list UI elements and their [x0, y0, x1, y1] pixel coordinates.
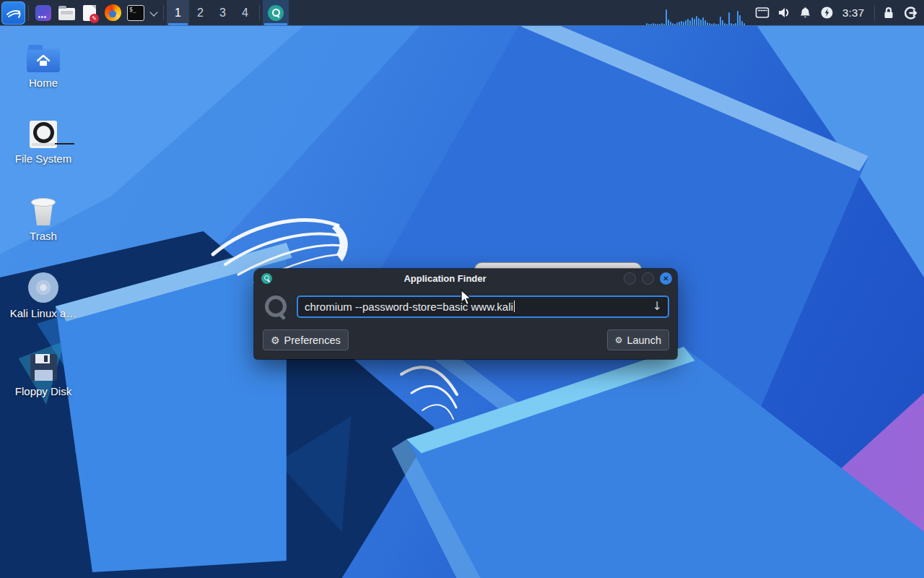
top-panel: ✎ $_ 1 2 3 4 — [0, 0, 924, 26]
network-bar — [676, 22, 678, 25]
chevron-down-icon[interactable] — [150, 9, 157, 17]
network-bar — [668, 20, 669, 25]
network-graph[interactable] — [646, 0, 746, 25]
network-bar — [674, 24, 676, 25]
network-bar — [726, 24, 728, 25]
preferences-button[interactable]: ⚙ Preferences — [263, 329, 349, 350]
launcher-app[interactable] — [32, 1, 54, 25]
workspace-1[interactable]: 1 — [167, 0, 189, 25]
preferences-button-label: Preferences — [284, 335, 341, 346]
maximize-button[interactable] — [642, 272, 654, 285]
document-icon: ✎ — [83, 5, 96, 21]
firefox-icon — [105, 4, 121, 21]
network-bar — [737, 11, 738, 25]
window-title: Application Finder — [272, 273, 618, 284]
search-icon — [263, 293, 287, 320]
desktop-icon-home[interactable]: Home — [6, 38, 81, 89]
terminal-icon: $_ — [127, 5, 144, 21]
desktop-icon-label: Home — [29, 77, 58, 89]
network-bar — [731, 23, 732, 25]
network-bar — [713, 23, 715, 25]
launch-button[interactable]: ⚙ Launch — [607, 329, 669, 350]
launcher-firefox[interactable] — [102, 1, 123, 25]
close-icon: ✕ — [663, 275, 668, 282]
network-bar — [733, 24, 734, 25]
workspace-2[interactable]: 2 — [189, 0, 212, 25]
network-bar — [659, 24, 661, 25]
launcher-file-manager[interactable] — [56, 1, 77, 25]
network-bar — [666, 9, 667, 25]
screen-tray-button[interactable] — [751, 1, 773, 25]
network-bar — [724, 23, 725, 25]
network-bar — [728, 12, 730, 25]
trash-icon — [31, 198, 56, 225]
workspace-3[interactable]: 3 — [212, 0, 234, 25]
network-bar — [702, 17, 704, 25]
network-bar — [700, 20, 702, 25]
desktop-icon-label: Floppy Disk — [15, 385, 71, 397]
network-bar — [650, 24, 652, 25]
launcher-text-editor[interactable]: ✎ — [79, 1, 100, 25]
logout-icon — [903, 6, 918, 20]
network-bar — [741, 21, 743, 25]
history-dropdown-arrow-icon[interactable]: ↓ — [653, 299, 662, 313]
desktop-icon-file-system[interactable]: File System — [6, 113, 81, 165]
minimize-button[interactable] — [624, 272, 636, 285]
optical-disc-icon — [28, 272, 58, 303]
network-bar — [694, 19, 695, 25]
network-bar — [648, 24, 650, 25]
network-bar — [705, 20, 706, 25]
hard-drive-icon — [30, 121, 57, 148]
network-bar — [672, 23, 674, 25]
logout-button[interactable] — [899, 1, 921, 25]
house-icon — [37, 55, 50, 66]
network-bar — [689, 20, 691, 25]
network-bar — [739, 15, 741, 25]
taskbar-application-finder[interactable] — [263, 0, 289, 25]
desktop-icon-floppy-disk[interactable]: Floppy Disk — [6, 346, 81, 397]
launcher-terminal[interactable]: $_ — [125, 1, 147, 25]
network-bar — [698, 18, 699, 25]
network-bar — [683, 22, 684, 25]
network-bar — [653, 23, 654, 25]
power-bolt-icon — [820, 6, 834, 20]
volume-tray-button[interactable] — [773, 1, 795, 25]
floppy-disk-icon — [30, 354, 57, 381]
desktop-icon-trash[interactable]: Trash — [6, 191, 81, 242]
screen-icon — [755, 6, 770, 20]
window-body: chromium --password-store=basic www.kali… — [254, 288, 677, 350]
network-bar — [711, 24, 712, 25]
text-caret — [514, 301, 515, 312]
network-bar — [687, 19, 689, 25]
network-bar — [663, 24, 665, 25]
workspace-4[interactable]: 4 — [234, 0, 256, 25]
close-button[interactable]: ✕ — [660, 272, 672, 285]
panel-separator — [259, 5, 260, 21]
purple-app-icon — [35, 5, 51, 21]
network-bar — [670, 22, 671, 25]
network-bar — [722, 20, 723, 25]
search-input[interactable]: chromium --password-store=basic www.kali… — [297, 296, 669, 318]
desktop-icon-kali-cd[interactable]: Kali Linux a… — [6, 268, 81, 319]
panel-separator — [28, 5, 29, 21]
kali-logo-icon — [5, 4, 22, 22]
applications-menu-button[interactable] — [1, 1, 25, 25]
titlebar[interactable]: Application Finder ✕ — [254, 269, 677, 288]
clock[interactable]: 3:37 — [842, 7, 864, 20]
network-bar — [692, 17, 693, 25]
panel-tray: 3:37 — [646, 0, 924, 25]
application-finder-window: Application Finder ✕ chromium --password… — [254, 269, 677, 359]
power-manager-tray-button[interactable] — [816, 1, 838, 25]
network-bar — [720, 17, 721, 25]
panel-separator — [874, 5, 875, 21]
network-bar — [681, 21, 682, 25]
launch-gear-icon: ⚙ — [615, 336, 623, 345]
network-bar — [679, 22, 680, 25]
launch-button-label: Launch — [627, 335, 661, 346]
network-bar — [696, 16, 697, 25]
notifications-tray-button[interactable] — [795, 1, 816, 25]
desktop-icon-label: Kali Linux a… — [10, 307, 77, 319]
network-bar — [707, 22, 708, 25]
network-bar — [661, 23, 663, 25]
lock-screen-button[interactable] — [878, 1, 899, 25]
